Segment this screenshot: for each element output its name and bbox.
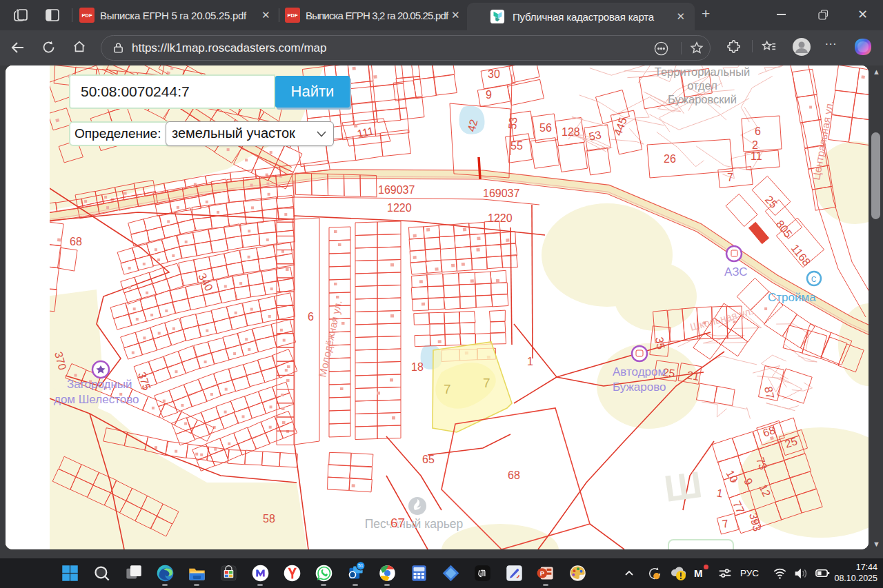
svg-text:Бужаровский: Бужаровский <box>668 93 737 105</box>
svg-text:6: 6 <box>308 311 314 323</box>
svg-text:53: 53 <box>506 116 519 130</box>
svg-text:21: 21 <box>686 369 700 383</box>
svg-text:65: 65 <box>422 454 435 465</box>
svg-text:87: 87 <box>762 385 776 400</box>
svg-text:1: 1 <box>527 356 533 367</box>
svg-text:Ш: Ш <box>662 463 704 509</box>
svg-text:C: C <box>811 276 816 283</box>
svg-text:2: 2 <box>752 139 758 151</box>
svg-text:6: 6 <box>755 125 761 137</box>
svg-text:53: 53 <box>588 129 602 143</box>
svg-text:АЗС: АЗС <box>724 265 748 278</box>
svg-text:7: 7 <box>444 382 451 396</box>
svg-text:58: 58 <box>263 513 275 525</box>
svg-text:дом Шелестово: дом Шелестово <box>54 393 139 406</box>
svg-text:18: 18 <box>411 361 424 373</box>
svg-text:Песчаный карьер: Песчаный карьер <box>365 517 464 531</box>
svg-text:1220: 1220 <box>387 202 412 214</box>
svg-text:1220: 1220 <box>488 212 513 224</box>
svg-text:Бужарово: Бужарово <box>613 381 666 394</box>
svg-text:Территориальный: Территориальный <box>655 65 750 78</box>
svg-text:68: 68 <box>70 236 82 247</box>
svg-text:30: 30 <box>488 68 500 80</box>
svg-text:9: 9 <box>486 89 492 101</box>
svg-text:Стройма: Стройма <box>768 291 816 304</box>
svg-text:Загородный: Загородный <box>67 378 132 391</box>
svg-text:68: 68 <box>508 469 520 481</box>
svg-text:55: 55 <box>510 140 523 152</box>
svg-text:7: 7 <box>727 172 733 183</box>
svg-text:128: 128 <box>562 126 580 138</box>
svg-text:11: 11 <box>751 150 762 162</box>
svg-text:35: 35 <box>653 336 667 351</box>
svg-text:169037: 169037 <box>483 187 519 199</box>
svg-text:169037: 169037 <box>378 184 415 196</box>
svg-text:Автодром: Автодром <box>613 365 666 378</box>
svg-text:отдел: отдел <box>687 79 717 92</box>
svg-text:26: 26 <box>664 153 676 165</box>
svg-text:7: 7 <box>483 376 490 390</box>
svg-text:56: 56 <box>539 122 552 134</box>
svg-text:67: 67 <box>390 516 405 530</box>
